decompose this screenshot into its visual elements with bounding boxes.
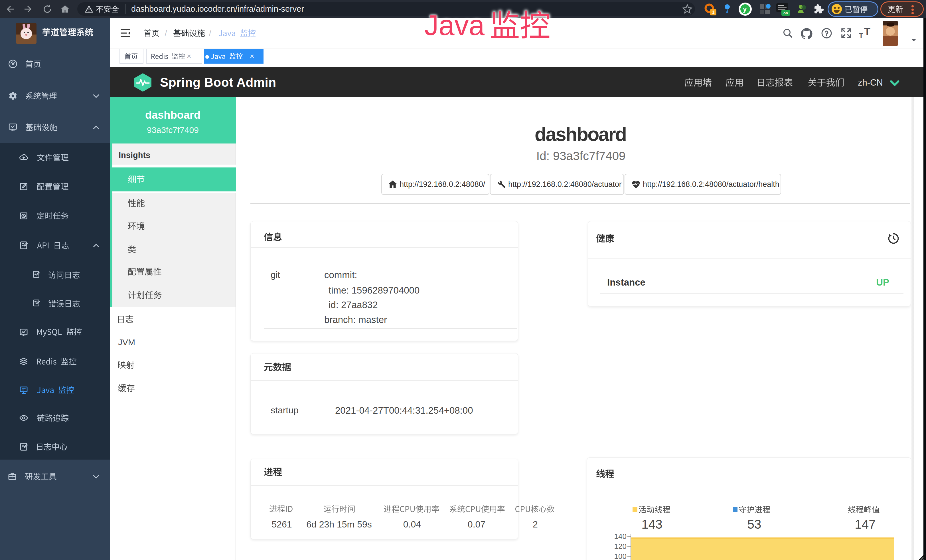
svg-text:1: 1 <box>712 10 714 15</box>
svg-text:on: on <box>784 11 788 15</box>
